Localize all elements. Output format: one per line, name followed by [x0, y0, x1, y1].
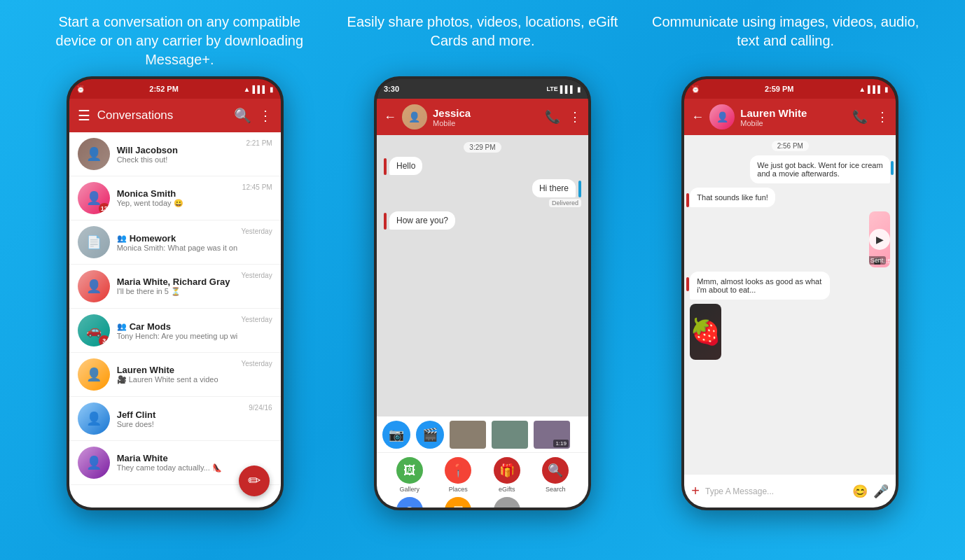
conv-preview-6: 🎥 Lauren White sent a video [117, 375, 237, 384]
phone1-status-bar: ⏰ 2:52 PM ▲ ▌▌▌ ▮ [69, 79, 281, 99]
places-label: Places [449, 486, 468, 493]
alarm-icon-p3: ⏰ [691, 85, 700, 93]
conv-info-6: Lauren White 🎥 Lauren White sent a video [117, 365, 237, 384]
group-icon-3: 👥 [117, 234, 127, 243]
jessica-name: Jessica [433, 107, 539, 119]
video-btn[interactable]: 🎬 [416, 421, 444, 449]
msg-icecream: We just got back. Went for ice cream and… [750, 155, 890, 183]
phone2-time: 3:30 [384, 85, 399, 93]
conv-item-7[interactable]: 👤 Jeff Clint Sure does! 9/24/16 [69, 397, 281, 441]
phone3-status-bar: ⏰ 2:59 PM ▲ ▌▌▌ ▮ [684, 79, 896, 99]
gallery-label: Gallery [399, 486, 419, 493]
conv-item-5[interactable]: 🚗 3 👥 Car Mods Tony Hench: Are you meeti… [69, 309, 281, 353]
bubble-icecream: We just got back. Went for ice cream and… [750, 155, 890, 183]
msg-video-thumb: ▶ 🎬1:52 Sent [869, 211, 890, 267]
phone2-chat-toolbar: ← 👤 Jessica Mobile 📞 ⋮ [377, 99, 588, 135]
call-icon[interactable]: 📞 [545, 109, 560, 125]
conv-item-1[interactable]: 👤 Will Jacobson Check this out! 2:21 PM [69, 132, 281, 176]
msg-bubble-hello: Hello [389, 157, 422, 175]
phone1-status-left-icons: ⏰ [76, 85, 85, 93]
msg-funreply: That sounds like fun! [690, 188, 775, 207]
chat3-time-bubble: 2:56 PM [772, 141, 809, 151]
compose-fab[interactable]: ✏ [239, 465, 270, 496]
phone2-wrap: 3:30 LTE ▌▌▌ ▮ ← 👤 Jessica Mobile [328, 76, 636, 510]
red-bar-2 [686, 277, 689, 291]
conv-preview-3: Monica Smith: What page was it on? [117, 244, 237, 252]
phone1-status-right-icons: ▲ ▌▌▌ ▮ [243, 85, 273, 93]
conv-preview-2: Yep, went today 😀 [117, 199, 238, 208]
battery-icon: ▮ [577, 85, 581, 93]
message-input[interactable]: Type A Message... [705, 486, 847, 496]
phone3-wrap: ⏰ 2:59 PM ▲ ▌▌▌ ▮ ← 👤 Lauren [637, 76, 944, 510]
group-icon-5: 👥 [117, 322, 127, 331]
app-collage[interactable]: ⊞ Collage [436, 497, 480, 507]
conversation-list: 👤 Will Jacobson Check this out! 2:21 PM … [69, 132, 281, 507]
msg-hithere: Hi there Delivered [532, 179, 581, 207]
conv-preview-1: Check this out! [117, 155, 242, 164]
signal-icon: ▌▌▌ [252, 85, 267, 93]
conv-item-2[interactable]: 👤 13 Monica Smith Yep, went today 😀 12:4… [69, 176, 281, 220]
more-icon[interactable]: ⋮ [569, 109, 581, 125]
conv-item-4[interactable]: 👤 Maria White, Richard Gray I'll be ther… [69, 265, 281, 309]
mic-icon[interactable]: 🎤 [873, 484, 889, 499]
places-icon-circle: 📍 [445, 457, 471, 484]
phone3: ⏰ 2:59 PM ▲ ▌▌▌ ▮ ← 👤 Lauren [681, 76, 898, 510]
header-text-1: Start a conversation on any compatible d… [56, 14, 304, 67]
chat2-time-bubble: 3:29 PM [464, 142, 501, 153]
camera-btn[interactable]: 📷 [382, 421, 410, 449]
msg-marker-right-1 [578, 181, 581, 197]
phone3-status-right-icons: ▲ ▌▌▌ ▮ [859, 85, 889, 93]
apps-row-2: G Glympse ⊞ Collage ··· More [377, 497, 588, 507]
conv-item-6[interactable]: 👤 Lauren White 🎥 Lauren White sent a vid… [69, 353, 281, 397]
lauren-avatar-small: 👤 [709, 104, 735, 130]
conv-info-4: Maria White, Richard Gray I'll be there … [117, 276, 237, 296]
badge-13: 13 [99, 203, 110, 214]
app-places[interactable]: 📍 Places [436, 457, 480, 493]
phone1-app-content: ☰ Conversations 🔍 ⋮ 👤 Will Jacobson C [69, 99, 281, 507]
app-search[interactable]: 🔍 Search [534, 457, 577, 493]
app-gallery[interactable]: 🖼 Gallery [388, 457, 431, 493]
header-col-3: Communicate using images, videos, audio,… [634, 13, 937, 69]
egifts-icon-circle: 🎁 [494, 457, 520, 484]
msg-marker-left-1 [384, 158, 387, 175]
conv-name-1: Will Jacobson [117, 145, 242, 155]
phone2-app-content: ← 👤 Jessica Mobile 📞 ⋮ 3:29 PM [377, 99, 588, 507]
media-row-camera: 📷 🎬 1:19 [377, 416, 588, 453]
app-glympse[interactable]: G Glympse [388, 497, 431, 507]
media-thumb-1[interactable] [450, 421, 486, 449]
more-icon-p3[interactable]: ⋮ [876, 109, 889, 125]
msg-marker-left-2 [384, 213, 387, 230]
media-thumb-3[interactable]: 1:19 [534, 421, 570, 449]
jessica-contact-info: Jessica Mobile [433, 107, 539, 127]
phone2-status-right-icons: LTE ▌▌▌ ▮ [546, 85, 581, 93]
conv-time-3: Yesterday [242, 226, 272, 235]
app-more[interactable]: ··· More [485, 497, 529, 507]
lauren-name: Lauren White [740, 107, 847, 119]
phone2-status-bar: 3:30 LTE ▌▌▌ ▮ [377, 79, 588, 99]
avatar-maria-white: 👤 [78, 447, 110, 479]
header-col-1: Start a conversation on any compatible d… [28, 13, 331, 69]
media-thumb-2[interactable] [492, 421, 528, 449]
call-icon-p3[interactable]: 📞 [852, 109, 868, 125]
emoji-icon[interactable]: 😊 [852, 484, 868, 499]
avatar-carmods: 🚗 3 [78, 314, 110, 346]
conv-info-3: 👥 Homework Monica Smith: What page was i… [117, 233, 237, 252]
wifi-icon-p3: ▲ [859, 85, 866, 93]
msg-strawberry: 🍓 [690, 304, 721, 360]
video-thumbnail[interactable]: ▶ 🎬1:52 Sent [869, 211, 890, 267]
search-icon[interactable]: 🔍 [234, 107, 251, 124]
menu-icon[interactable]: ☰ [78, 107, 90, 124]
play-button[interactable]: ▶ [869, 229, 890, 250]
add-icon[interactable]: + [691, 483, 700, 499]
header-text-2: Easily share photos, videos, locations, … [347, 14, 618, 48]
battery-icon: ▮ [270, 85, 274, 93]
toolbar-title: Conversations [97, 108, 227, 122]
conv-item-3[interactable]: 📄 👥 Homework Monica Smith: What page was… [69, 220, 281, 265]
message-placeholder: Type A Message... [705, 486, 774, 496]
phone1-wrap: ⏰ 2:52 PM ▲ ▌▌▌ ▮ ☰ Conversations 🔍 ⋮ [21, 76, 328, 510]
app-egifts[interactable]: 🎁 eGifts [485, 457, 529, 493]
back-button-p3[interactable]: ← [691, 110, 704, 125]
more-icon[interactable]: ⋮ [258, 107, 272, 124]
conv-time-4: Yesterday [242, 270, 272, 279]
back-button[interactable]: ← [384, 110, 396, 125]
